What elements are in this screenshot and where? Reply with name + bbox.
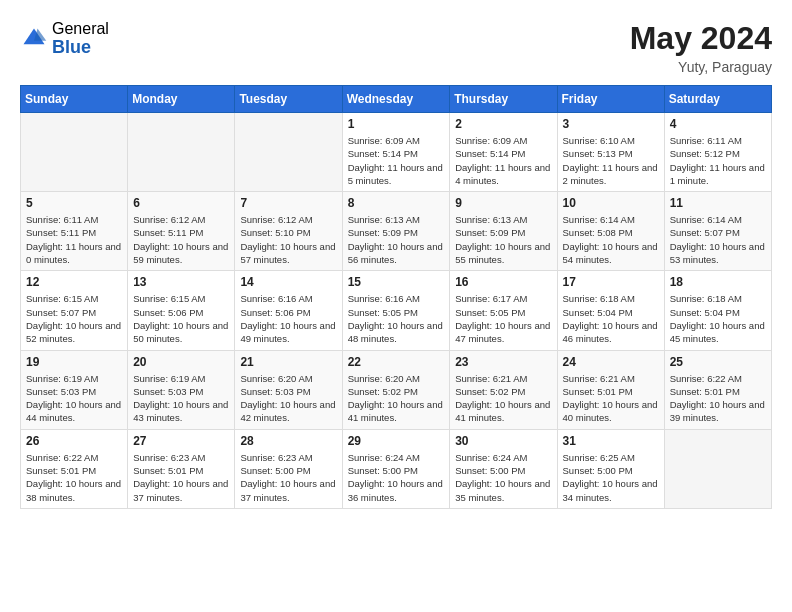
day-info: Sunrise: 6:09 AMSunset: 5:14 PMDaylight:… — [348, 134, 445, 187]
day-number: 23 — [455, 355, 551, 369]
day-number: 27 — [133, 434, 229, 448]
weekday-header-thursday: Thursday — [450, 86, 557, 113]
weekday-header-tuesday: Tuesday — [235, 86, 342, 113]
calendar-cell: 3Sunrise: 6:10 AMSunset: 5:13 PMDaylight… — [557, 113, 664, 192]
day-info: Sunrise: 6:23 AMSunset: 5:00 PMDaylight:… — [240, 451, 336, 504]
calendar-cell — [235, 113, 342, 192]
day-number: 15 — [348, 275, 445, 289]
day-number: 21 — [240, 355, 336, 369]
calendar-week-4: 19Sunrise: 6:19 AMSunset: 5:03 PMDayligh… — [21, 350, 772, 429]
day-number: 16 — [455, 275, 551, 289]
calendar-cell: 2Sunrise: 6:09 AMSunset: 5:14 PMDaylight… — [450, 113, 557, 192]
day-info: Sunrise: 6:18 AMSunset: 5:04 PMDaylight:… — [563, 292, 659, 345]
calendar-cell: 21Sunrise: 6:20 AMSunset: 5:03 PMDayligh… — [235, 350, 342, 429]
calendar-cell: 23Sunrise: 6:21 AMSunset: 5:02 PMDayligh… — [450, 350, 557, 429]
day-info: Sunrise: 6:17 AMSunset: 5:05 PMDaylight:… — [455, 292, 551, 345]
day-info: Sunrise: 6:20 AMSunset: 5:03 PMDaylight:… — [240, 372, 336, 425]
day-info: Sunrise: 6:22 AMSunset: 5:01 PMDaylight:… — [26, 451, 122, 504]
calendar-cell: 30Sunrise: 6:24 AMSunset: 5:00 PMDayligh… — [450, 429, 557, 508]
calendar-cell: 1Sunrise: 6:09 AMSunset: 5:14 PMDaylight… — [342, 113, 450, 192]
day-info: Sunrise: 6:14 AMSunset: 5:07 PMDaylight:… — [670, 213, 766, 266]
logo-icon — [20, 25, 48, 53]
calendar-cell: 12Sunrise: 6:15 AMSunset: 5:07 PMDayligh… — [21, 271, 128, 350]
calendar-cell: 11Sunrise: 6:14 AMSunset: 5:07 PMDayligh… — [664, 192, 771, 271]
calendar-week-2: 5Sunrise: 6:11 AMSunset: 5:11 PMDaylight… — [21, 192, 772, 271]
calendar-table: SundayMondayTuesdayWednesdayThursdayFrid… — [20, 85, 772, 509]
calendar-header: SundayMondayTuesdayWednesdayThursdayFrid… — [21, 86, 772, 113]
weekday-header-sunday: Sunday — [21, 86, 128, 113]
logo-general: General — [52, 20, 109, 38]
day-info: Sunrise: 6:11 AMSunset: 5:11 PMDaylight:… — [26, 213, 122, 266]
calendar-cell: 15Sunrise: 6:16 AMSunset: 5:05 PMDayligh… — [342, 271, 450, 350]
calendar-cell: 28Sunrise: 6:23 AMSunset: 5:00 PMDayligh… — [235, 429, 342, 508]
calendar-cell: 6Sunrise: 6:12 AMSunset: 5:11 PMDaylight… — [128, 192, 235, 271]
calendar-cell: 18Sunrise: 6:18 AMSunset: 5:04 PMDayligh… — [664, 271, 771, 350]
weekday-header-saturday: Saturday — [664, 86, 771, 113]
day-info: Sunrise: 6:14 AMSunset: 5:08 PMDaylight:… — [563, 213, 659, 266]
day-number: 17 — [563, 275, 659, 289]
calendar-week-1: 1Sunrise: 6:09 AMSunset: 5:14 PMDaylight… — [21, 113, 772, 192]
calendar-cell: 4Sunrise: 6:11 AMSunset: 5:12 PMDaylight… — [664, 113, 771, 192]
calendar-cell: 20Sunrise: 6:19 AMSunset: 5:03 PMDayligh… — [128, 350, 235, 429]
calendar-cell: 22Sunrise: 6:20 AMSunset: 5:02 PMDayligh… — [342, 350, 450, 429]
calendar-cell: 31Sunrise: 6:25 AMSunset: 5:00 PMDayligh… — [557, 429, 664, 508]
calendar-cell: 26Sunrise: 6:22 AMSunset: 5:01 PMDayligh… — [21, 429, 128, 508]
day-info: Sunrise: 6:25 AMSunset: 5:00 PMDaylight:… — [563, 451, 659, 504]
day-number: 12 — [26, 275, 122, 289]
calendar-cell — [128, 113, 235, 192]
day-number: 22 — [348, 355, 445, 369]
logo: General Blue — [20, 20, 109, 57]
day-number: 2 — [455, 117, 551, 131]
day-number: 31 — [563, 434, 659, 448]
day-info: Sunrise: 6:12 AMSunset: 5:10 PMDaylight:… — [240, 213, 336, 266]
calendar-cell: 13Sunrise: 6:15 AMSunset: 5:06 PMDayligh… — [128, 271, 235, 350]
day-info: Sunrise: 6:20 AMSunset: 5:02 PMDaylight:… — [348, 372, 445, 425]
calendar-cell: 14Sunrise: 6:16 AMSunset: 5:06 PMDayligh… — [235, 271, 342, 350]
day-number: 3 — [563, 117, 659, 131]
day-info: Sunrise: 6:09 AMSunset: 5:14 PMDaylight:… — [455, 134, 551, 187]
location: Yuty, Paraguay — [630, 59, 772, 75]
day-number: 5 — [26, 196, 122, 210]
day-info: Sunrise: 6:19 AMSunset: 5:03 PMDaylight:… — [26, 372, 122, 425]
calendar-cell: 29Sunrise: 6:24 AMSunset: 5:00 PMDayligh… — [342, 429, 450, 508]
day-info: Sunrise: 6:21 AMSunset: 5:02 PMDaylight:… — [455, 372, 551, 425]
calendar-cell: 16Sunrise: 6:17 AMSunset: 5:05 PMDayligh… — [450, 271, 557, 350]
day-info: Sunrise: 6:13 AMSunset: 5:09 PMDaylight:… — [455, 213, 551, 266]
day-number: 9 — [455, 196, 551, 210]
weekday-header-monday: Monday — [128, 86, 235, 113]
day-number: 4 — [670, 117, 766, 131]
logo-blue: Blue — [52, 38, 109, 58]
day-number: 25 — [670, 355, 766, 369]
day-number: 26 — [26, 434, 122, 448]
day-info: Sunrise: 6:18 AMSunset: 5:04 PMDaylight:… — [670, 292, 766, 345]
day-number: 30 — [455, 434, 551, 448]
calendar-body: 1Sunrise: 6:09 AMSunset: 5:14 PMDaylight… — [21, 113, 772, 509]
day-info: Sunrise: 6:10 AMSunset: 5:13 PMDaylight:… — [563, 134, 659, 187]
day-number: 29 — [348, 434, 445, 448]
weekday-header-friday: Friday — [557, 86, 664, 113]
calendar-week-3: 12Sunrise: 6:15 AMSunset: 5:07 PMDayligh… — [21, 271, 772, 350]
day-info: Sunrise: 6:15 AMSunset: 5:06 PMDaylight:… — [133, 292, 229, 345]
weekday-header-wednesday: Wednesday — [342, 86, 450, 113]
calendar-cell: 8Sunrise: 6:13 AMSunset: 5:09 PMDaylight… — [342, 192, 450, 271]
day-number: 18 — [670, 275, 766, 289]
day-number: 11 — [670, 196, 766, 210]
title-block: May 2024 Yuty, Paraguay — [630, 20, 772, 75]
page-header: General Blue May 2024 Yuty, Paraguay — [20, 20, 772, 75]
day-number: 6 — [133, 196, 229, 210]
day-number: 14 — [240, 275, 336, 289]
calendar-cell — [664, 429, 771, 508]
day-number: 28 — [240, 434, 336, 448]
calendar-cell: 5Sunrise: 6:11 AMSunset: 5:11 PMDaylight… — [21, 192, 128, 271]
day-info: Sunrise: 6:16 AMSunset: 5:05 PMDaylight:… — [348, 292, 445, 345]
day-info: Sunrise: 6:24 AMSunset: 5:00 PMDaylight:… — [348, 451, 445, 504]
svg-marker-1 — [34, 28, 46, 40]
day-info: Sunrise: 6:12 AMSunset: 5:11 PMDaylight:… — [133, 213, 229, 266]
logo-text: General Blue — [52, 20, 109, 57]
calendar-cell: 9Sunrise: 6:13 AMSunset: 5:09 PMDaylight… — [450, 192, 557, 271]
day-info: Sunrise: 6:22 AMSunset: 5:01 PMDaylight:… — [670, 372, 766, 425]
day-info: Sunrise: 6:11 AMSunset: 5:12 PMDaylight:… — [670, 134, 766, 187]
day-number: 7 — [240, 196, 336, 210]
day-number: 8 — [348, 196, 445, 210]
calendar-cell: 10Sunrise: 6:14 AMSunset: 5:08 PMDayligh… — [557, 192, 664, 271]
